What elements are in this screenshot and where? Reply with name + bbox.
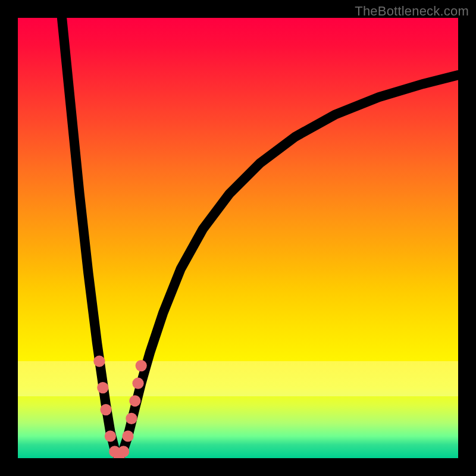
data-marker (132, 378, 143, 389)
data-marker (100, 404, 111, 415)
data-marker (105, 430, 116, 441)
data-marker (118, 446, 129, 457)
watermark-text: TheBottleneck.com (355, 4, 469, 19)
data-marker (97, 382, 108, 393)
data-marker (129, 395, 140, 406)
curve-right-branch (119, 75, 458, 458)
curve-svg (18, 18, 458, 458)
plot-area (18, 18, 458, 458)
chart-frame: TheBottleneck.com (0, 0, 476, 476)
data-marker (93, 356, 105, 367)
data-marker (126, 413, 137, 424)
data-marker (136, 360, 147, 371)
data-marker (122, 430, 133, 441)
curve-left-branch (62, 18, 119, 458)
